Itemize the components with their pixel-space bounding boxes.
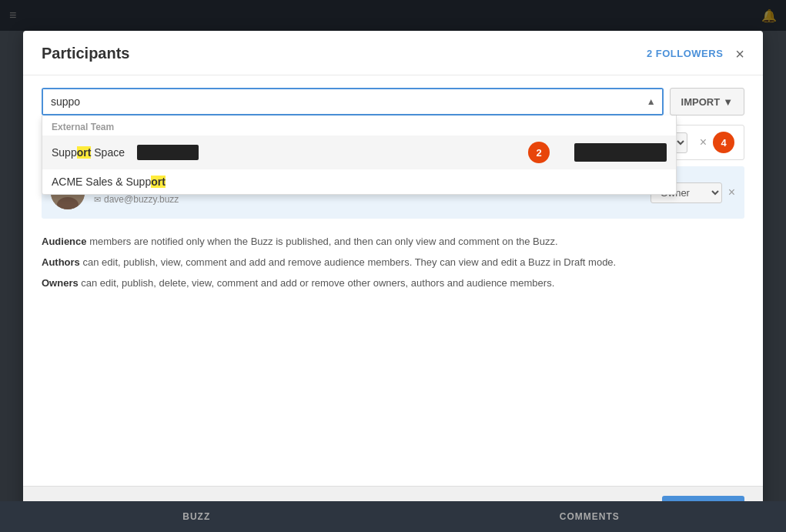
audience-desc: members are notified only when the Buzz …	[87, 236, 558, 247]
dropdown-item-1[interactable]: Support Space 2	[42, 136, 676, 169]
item-text-1: Support Space	[52, 146, 125, 159]
modal-body: ▲ IMPORT ▼ External Team Support Space	[23, 75, 763, 314]
help-text: Audience members are notified only when …	[42, 234, 744, 291]
close-modal-x[interactable]: ×	[735, 46, 744, 62]
item-name-area-1: Support Space	[52, 145, 522, 160]
item-pre-2: ACME Sales & Supp	[52, 176, 151, 188]
item-name-area-2: ACME Sales & Support	[52, 176, 667, 188]
item-post-1: Space	[91, 146, 125, 159]
item-highlight-2: ort	[151, 176, 166, 188]
authors-desc: can edit, publish, view, comment and add…	[80, 256, 616, 268]
search-input[interactable]	[43, 89, 662, 114]
dropdown-arrow-icon: ▼	[723, 96, 733, 108]
bottom-nav-buzz[interactable]: BUZZ	[0, 501, 393, 532]
caret-icon: ▲	[647, 96, 656, 107]
search-row-wrapper: ▲ IMPORT ▼ External Team Support Space	[42, 88, 744, 115]
participant-remove-dave[interactable]: ×	[728, 186, 735, 199]
bottom-nav: BUZZ COMMENTS	[0, 501, 786, 532]
item-text-2: ACME Sales & Support	[52, 176, 166, 188]
item-pre-1: Supp	[52, 146, 77, 159]
search-dropdown: External Team Support Space 2	[42, 115, 677, 195]
followers-link[interactable]: 2 FOLLOWERS	[647, 48, 723, 59]
step-badge-4: 4	[713, 132, 734, 153]
owners-label: Owners	[42, 277, 79, 289]
authors-label: Authors	[42, 256, 80, 268]
item-icon-placeholder-1	[574, 143, 667, 162]
search-input-wrapper: ▲	[42, 88, 664, 115]
participants-modal: Participants 2 FOLLOWERS × ▲ IMPORT ▼ Ex…	[23, 31, 763, 508]
owners-desc: can edit, publish, delete, view, comment…	[79, 277, 555, 289]
email-text-dave: dave@buzzy.buzz	[104, 194, 179, 205]
modal-header-right: 2 FOLLOWERS ×	[647, 46, 744, 62]
dropdown-item-2[interactable]: ACME Sales & Support	[42, 169, 676, 194]
step-badge-2: 2	[528, 142, 550, 163]
audience-label: Audience	[42, 236, 87, 247]
participant-email-dave: ✉ dave@buzzy.buzz	[94, 194, 651, 205]
import-button[interactable]: IMPORT ▼	[670, 88, 744, 115]
import-btn-label: IMPORT	[681, 96, 721, 108]
email-icon: ✉	[94, 195, 101, 205]
dropdown-section-label: External Team	[42, 115, 676, 136]
search-row: ▲ IMPORT ▼	[42, 88, 744, 115]
audience-remove-btn[interactable]: ×	[700, 136, 707, 149]
bottom-nav-comments[interactable]: COMMENTS	[393, 501, 787, 532]
modal-title: Participants	[42, 45, 129, 62]
modal-header: Participants 2 FOLLOWERS ×	[23, 31, 763, 75]
item-highlight-1: ort	[77, 146, 92, 159]
item-tag-placeholder-1	[137, 145, 199, 160]
